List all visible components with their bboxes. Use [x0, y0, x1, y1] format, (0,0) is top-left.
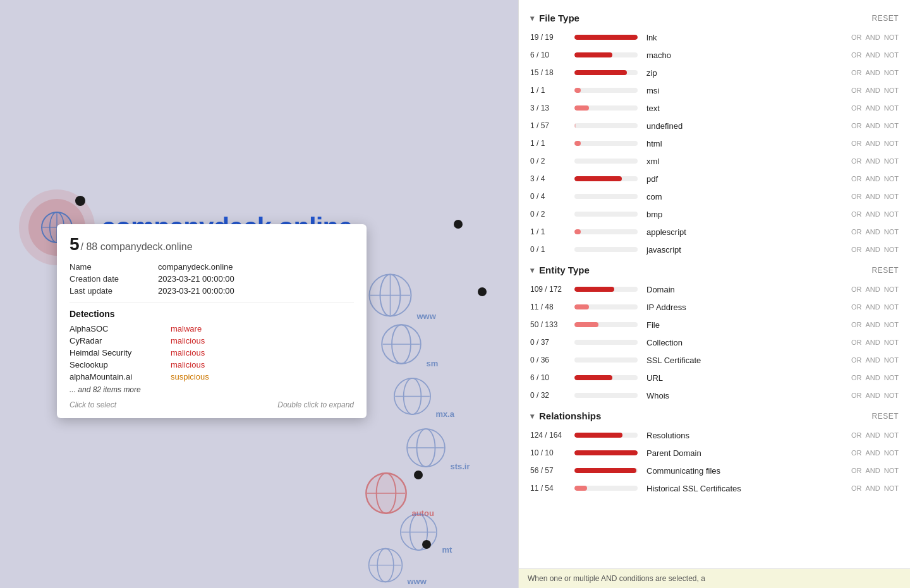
op-and[interactable]: AND — [866, 210, 880, 218]
filter-row[interactable]: 10 / 10 Parent Domain OR AND NOT — [519, 444, 910, 462]
filter-row[interactable]: 109 / 172 Domain OR AND NOT — [519, 280, 910, 298]
filter-row[interactable]: 3 / 13 text OR AND NOT — [519, 99, 910, 117]
op-or[interactable]: OR — [851, 51, 862, 59]
op-not[interactable]: NOT — [884, 431, 899, 439]
reset-button-fileType[interactable]: RESET — [871, 14, 899, 23]
filter-row[interactable]: 0 / 4 com OR AND NOT — [519, 188, 910, 205]
op-not[interactable]: NOT — [884, 33, 899, 41]
op-not[interactable]: NOT — [884, 175, 899, 183]
filter-row[interactable]: 19 / 19 lnk OR AND NOT — [519, 28, 910, 46]
filter-row[interactable]: 1 / 1 applescript OR AND NOT — [519, 223, 910, 241]
filter-row[interactable]: 124 / 164 Resolutions OR AND NOT — [519, 426, 910, 444]
op-and[interactable]: AND — [866, 356, 880, 364]
op-not[interactable]: NOT — [884, 303, 899, 311]
filter-row[interactable]: 6 / 10 macho OR AND NOT — [519, 46, 910, 64]
filter-row[interactable]: 15 / 18 zip OR AND NOT — [519, 64, 910, 81]
op-and[interactable]: AND — [866, 87, 880, 94]
op-and[interactable]: AND — [866, 431, 880, 439]
filter-row[interactable]: 0 / 36 SSL Certificate OR AND NOT — [519, 351, 910, 369]
filter-row[interactable]: 50 / 133 File OR AND NOT — [519, 316, 910, 333]
op-or[interactable]: OR — [851, 140, 862, 147]
filter-row[interactable]: 1 / 1 html OR AND NOT — [519, 135, 910, 152]
filter-row[interactable]: 3 / 4 pdf OR AND NOT — [519, 170, 910, 188]
op-and[interactable]: AND — [866, 228, 880, 236]
op-and[interactable]: AND — [866, 392, 880, 399]
op-and[interactable]: AND — [866, 104, 880, 112]
op-not[interactable]: NOT — [884, 122, 899, 129]
op-or[interactable]: OR — [851, 392, 862, 399]
op-and[interactable]: AND — [866, 122, 880, 129]
op-and[interactable]: AND — [866, 449, 880, 457]
filter-row[interactable]: 0 / 1 javascript OR AND NOT — [519, 241, 910, 258]
dblclick-hint[interactable]: Double click to expand — [277, 400, 354, 409]
filter-row[interactable]: 1 / 1 msi OR AND NOT — [519, 81, 910, 99]
op-and[interactable]: AND — [866, 467, 880, 474]
op-not[interactable]: NOT — [884, 374, 899, 381]
op-and[interactable]: AND — [866, 285, 880, 293]
op-or[interactable]: OR — [851, 246, 862, 253]
op-not[interactable]: NOT — [884, 69, 899, 76]
op-and[interactable]: AND — [866, 339, 880, 346]
op-not[interactable]: NOT — [884, 210, 899, 218]
filter-row[interactable]: 11 / 54 Historical SSL Certificates OR A… — [519, 479, 910, 497]
op-or[interactable]: OR — [851, 69, 862, 76]
op-not[interactable]: NOT — [884, 140, 899, 147]
op-or[interactable]: OR — [851, 321, 862, 328]
filter-row[interactable]: 11 / 48 IP Address OR AND NOT — [519, 298, 910, 316]
filter-row[interactable]: 0 / 2 bmp OR AND NOT — [519, 205, 910, 223]
op-not[interactable]: NOT — [884, 87, 899, 94]
op-or[interactable]: OR — [851, 484, 862, 492]
op-or[interactable]: OR — [851, 33, 862, 41]
filter-row[interactable]: 56 / 57 Communicating files OR AND NOT — [519, 462, 910, 479]
op-or[interactable]: OR — [851, 356, 862, 364]
op-and[interactable]: AND — [866, 157, 880, 165]
click-hint[interactable]: Click to select — [70, 400, 116, 409]
op-not[interactable]: NOT — [884, 285, 899, 293]
op-not[interactable]: NOT — [884, 104, 899, 112]
op-not[interactable]: NOT — [884, 157, 899, 165]
op-or[interactable]: OR — [851, 467, 862, 474]
op-and[interactable]: AND — [866, 51, 880, 59]
op-or[interactable]: OR — [851, 175, 862, 183]
reset-button-relationships[interactable]: RESET — [871, 412, 899, 421]
op-and[interactable]: AND — [866, 246, 880, 253]
filter-row[interactable]: 1 / 57 undefined OR AND NOT — [519, 117, 910, 135]
op-and[interactable]: AND — [866, 484, 880, 492]
op-and[interactable]: AND — [866, 303, 880, 311]
section-header-fileType[interactable]: ▾ File Type RESET — [519, 6, 910, 28]
op-or[interactable]: OR — [851, 210, 862, 218]
op-or[interactable]: OR — [851, 87, 862, 94]
op-and[interactable]: AND — [866, 175, 880, 183]
filter-row[interactable]: 0 / 32 Whois OR AND NOT — [519, 387, 910, 404]
op-and[interactable]: AND — [866, 69, 880, 76]
op-not[interactable]: NOT — [884, 228, 899, 236]
op-not[interactable]: NOT — [884, 51, 899, 59]
op-or[interactable]: OR — [851, 303, 862, 311]
op-not[interactable]: NOT — [884, 356, 899, 364]
op-not[interactable]: NOT — [884, 321, 899, 328]
filter-row[interactable]: 0 / 2 xml OR AND NOT — [519, 152, 910, 170]
reset-button-entityType[interactable]: RESET — [871, 266, 899, 275]
op-not[interactable]: NOT — [884, 246, 899, 253]
op-or[interactable]: OR — [851, 449, 862, 457]
op-and[interactable]: AND — [866, 193, 880, 200]
op-and[interactable]: AND — [866, 321, 880, 328]
op-and[interactable]: AND — [866, 374, 880, 381]
op-and[interactable]: AND — [866, 33, 880, 41]
op-or[interactable]: OR — [851, 157, 862, 165]
op-not[interactable]: NOT — [884, 193, 899, 200]
op-and[interactable]: AND — [866, 140, 880, 147]
op-not[interactable]: NOT — [884, 467, 899, 474]
op-or[interactable]: OR — [851, 374, 862, 381]
section-header-entityType[interactable]: ▾ Entity Type RESET — [519, 258, 910, 280]
op-or[interactable]: OR — [851, 431, 862, 439]
op-not[interactable]: NOT — [884, 339, 899, 346]
op-not[interactable]: NOT — [884, 449, 899, 457]
section-header-relationships[interactable]: ▾ Relationships RESET — [519, 404, 910, 426]
op-or[interactable]: OR — [851, 285, 862, 293]
op-or[interactable]: OR — [851, 339, 862, 346]
op-not[interactable]: NOT — [884, 392, 899, 399]
filter-row[interactable]: 0 / 37 Collection OR AND NOT — [519, 333, 910, 351]
op-not[interactable]: NOT — [884, 484, 899, 492]
op-or[interactable]: OR — [851, 122, 862, 129]
